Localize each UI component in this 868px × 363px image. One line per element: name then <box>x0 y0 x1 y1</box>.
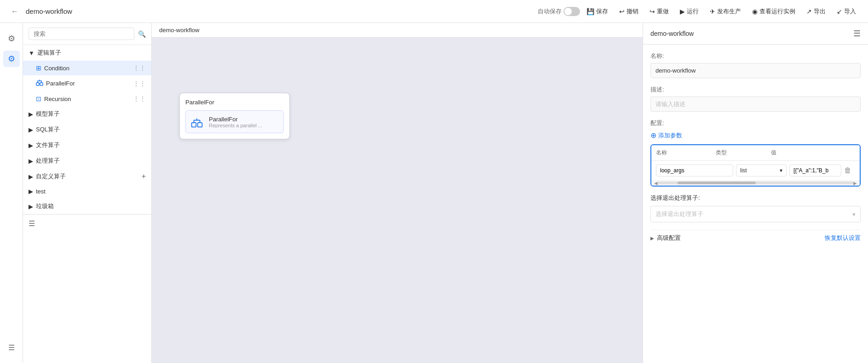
exit-label: 选择退出处理算子: <box>650 194 861 202</box>
node-inner-card[interactable]: ParallelFor Represents a parallel ... <box>185 110 284 133</box>
advanced-arrow: ▶ <box>650 236 654 241</box>
node-inner-icon <box>190 114 204 129</box>
category-arrow-sql: ▶ <box>29 126 33 133</box>
list-icon-left: ☰ <box>8 343 15 352</box>
category-model[interactable]: ▶ 模型算子 <box>23 106 151 122</box>
recursion-icon: ⊡ <box>36 95 41 102</box>
category-label-file: 文件算子 <box>36 141 146 149</box>
sidebar-icon-bottom[interactable]: ☰ <box>3 339 20 356</box>
parallelfor-node[interactable]: ParallelFor ParallelFor Represents a par… <box>179 93 290 139</box>
back-button[interactable]: ← <box>7 4 22 19</box>
category-label-custom: 自定义算子 <box>36 172 139 181</box>
export-icon: ↗ <box>806 8 812 15</box>
menu-icon[interactable]: ☰ <box>853 28 861 39</box>
category-arrow-logic: ▼ <box>29 50 34 57</box>
instances-icon: ◉ <box>752 8 758 15</box>
list-icon[interactable]: ☰ <box>29 219 35 228</box>
icon-sidebar: ⚙ ⚙ ☰ <box>0 23 23 363</box>
workflow-title: demo-workflow <box>26 7 72 15</box>
sidebar-icon-settings-top[interactable]: ⚙ <box>3 30 20 47</box>
category-sql[interactable]: ▶ SQL算子 <box>23 122 151 137</box>
category-custom[interactable]: ▶ 自定义算子 + <box>23 169 151 184</box>
category-label-logic: 逻辑算子 <box>37 49 146 57</box>
desc-section: 描述: <box>650 85 861 112</box>
category-arrow-custom: ▶ <box>29 173 33 180</box>
scroll-right-arrow[interactable]: ▶ <box>853 181 857 186</box>
desc-input[interactable] <box>650 96 861 112</box>
type-dropdown-icon: ▾ <box>780 167 782 174</box>
run-button[interactable]: ▶ 运行 <box>675 5 703 18</box>
save-icon: 💾 <box>586 8 594 15</box>
category-logic[interactable]: ▼ 逻辑算子 <box>23 45 151 61</box>
category-label-process: 处理算子 <box>36 157 146 165</box>
right-panel-body: 名称: 描述: 配置: ⊕ 添加参数 名称 类型 <box>643 45 868 363</box>
node-inner-desc: Represents a parallel ... <box>209 123 280 128</box>
name-input[interactable] <box>650 63 861 78</box>
condition-dots[interactable]: ⋮⋮ <box>133 64 146 72</box>
svg-rect-2 <box>192 123 196 127</box>
param-type-select[interactable]: list ▾ <box>736 164 787 176</box>
export-button[interactable]: ↗ 导出 <box>802 5 830 18</box>
canvas-header: demo-workflow <box>152 23 643 38</box>
import-icon: ↙ <box>837 8 842 15</box>
col-header-value: 值 <box>771 149 855 157</box>
sidebar-item-recursion[interactable]: ⊡ Recursion ⋮⋮ <box>23 91 151 106</box>
add-param-button[interactable]: ⊕ 添加参数 <box>650 131 861 140</box>
right-panel: demo-workflow ☰ 名称: 描述: 配置: ⊕ 添加参数 <box>643 23 868 363</box>
category-process[interactable]: ▶ 处理算子 <box>23 153 151 169</box>
category-arrow-file: ▶ <box>29 142 33 149</box>
params-table: 名称 类型 值 list ▾ 🗑 ◀ <box>650 144 861 187</box>
canvas-title: demo-workflow <box>159 27 199 34</box>
undo-button[interactable]: ↩ 撤销 <box>615 5 643 18</box>
sidebar-icon-components[interactable]: ⚙ <box>3 51 20 67</box>
parallelfor-dots[interactable]: ⋮⋮ <box>133 80 146 87</box>
search-box: 🔍 <box>23 23 151 45</box>
sidebar-item-parallelfor[interactable]: ParallelFor ⋮⋮ <box>23 75 151 91</box>
undo-icon: ↩ <box>619 8 625 15</box>
canvas-area: demo-workflow ParallelFor ParallelFor <box>152 23 643 363</box>
publish-icon: ✈ <box>710 8 715 15</box>
svg-rect-0 <box>36 83 39 85</box>
category-trash[interactable]: ▶ 垃圾箱 <box>23 199 151 214</box>
node-inner-text: ParallelFor Represents a parallel ... <box>209 116 280 128</box>
exit-section: 选择退出处理算子: 选择退出处理算子 ▾ <box>650 194 861 222</box>
component-panel-bottom: ☰ <box>23 214 151 233</box>
canvas-body[interactable]: ParallelFor ParallelFor Represents a par… <box>152 38 643 363</box>
exit-select[interactable]: 选择退出处理算子 ▾ <box>650 206 861 222</box>
svg-rect-3 <box>198 123 202 127</box>
publish-button[interactable]: ✈ 发布生产 <box>705 5 746 18</box>
category-arrow-process: ▶ <box>29 158 33 164</box>
category-label-test: test <box>36 188 146 195</box>
main-container: ⚙ ⚙ ☰ 🔍 ▼ 逻辑算子 ⊞ Condition ⋮⋮ <box>0 23 868 363</box>
category-arrow-test: ▶ <box>29 188 33 195</box>
sidebar-item-condition[interactable]: ⊞ Condition ⋮⋮ <box>23 61 151 75</box>
scroll-left-arrow[interactable]: ◀ <box>654 181 658 186</box>
redo-button[interactable]: ↪ 重做 <box>645 5 673 18</box>
add-custom-button[interactable]: + <box>142 172 146 181</box>
view-instances-button[interactable]: ◉ 查看运行实例 <box>747 5 800 18</box>
auto-save-label: 自动保存 <box>538 7 562 16</box>
category-arrow-trash: ▶ <box>29 203 33 210</box>
auto-save-toggle[interactable] <box>563 7 580 16</box>
category-file[interactable]: ▶ 文件算子 <box>23 137 151 153</box>
param-name-input[interactable] <box>656 164 733 176</box>
redo-icon: ↪ <box>650 8 655 15</box>
config-label: 配置: <box>650 119 861 127</box>
param-type-value: list <box>740 167 747 174</box>
desc-label: 描述: <box>650 85 861 94</box>
recursion-dots[interactable]: ⋮⋮ <box>133 95 146 102</box>
scrollbar-track[interactable] <box>658 182 853 184</box>
import-button[interactable]: ↙ 导入 <box>832 5 861 18</box>
save-button[interactable]: 💾 保存 <box>582 5 613 18</box>
condition-icon: ⊞ <box>36 64 41 72</box>
search-input[interactable] <box>29 28 134 40</box>
param-delete-button[interactable]: 🗑 <box>844 166 855 175</box>
restore-defaults-button[interactable]: 恢复默认设置 <box>825 234 861 242</box>
advanced-section: ▶ 高级配置 恢复默认设置 <box>650 230 861 242</box>
exit-select-placeholder: 选择退出处理算子 <box>655 210 703 218</box>
node-title: ParallelFor <box>185 99 284 106</box>
category-test[interactable]: ▶ test <box>23 184 151 199</box>
scrollbar-row: ◀ ▶ <box>651 180 860 186</box>
advanced-label[interactable]: 高级配置 <box>657 234 681 242</box>
param-value-input[interactable] <box>789 164 841 176</box>
